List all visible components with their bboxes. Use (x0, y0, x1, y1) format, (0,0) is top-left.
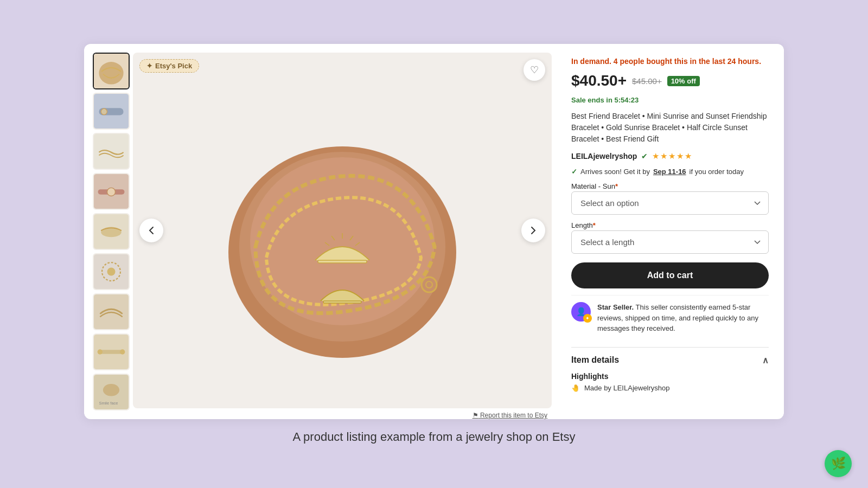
thumbnail-list: Smile face (84, 44, 133, 419)
material-label: Material - Sun (571, 182, 615, 190)
main-product-image (201, 95, 483, 366)
hand-icon: 🤚 (571, 384, 580, 392)
highlights-title: Highlights (571, 372, 769, 381)
star-seller-text: Star Seller. This seller consistently ea… (597, 302, 769, 334)
svg-point-21 (103, 384, 119, 396)
leaf-icon: 🌿 (831, 457, 846, 471)
chevron-up-icon: ∧ (762, 355, 769, 365)
length-field: Length* Select a length 6 inches 7 inche… (571, 221, 769, 254)
star-seller-icon: 👤 ✦ (571, 302, 591, 322)
length-select[interactable]: Select a length 6 inches 7 inches 8 inch… (571, 230, 769, 254)
pick-icon: ✦ (146, 62, 152, 70)
add-to-cart-button[interactable]: Add to cart (571, 262, 769, 288)
star-3: ★ (668, 151, 675, 161)
svg-point-8 (107, 188, 115, 196)
shop-row: LEILAjewelryshop ✔ ★ ★ ★ ★ ★ (571, 151, 769, 161)
highlights-section: Highlights 🤚 Made by LEILAjewelryshop (571, 370, 769, 396)
report-link-area: ⚑ Report this item to Etsy (133, 408, 552, 419)
star-1: ★ (652, 151, 659, 161)
sale-ends: Sale ends in 5:54:23 (571, 96, 769, 104)
thumbnail-8[interactable] (93, 333, 130, 370)
item-details-toggle[interactable]: Item details ∧ (571, 348, 769, 370)
highlights-made-by: 🤚 Made by LEILAjewelryshop (571, 384, 769, 392)
main-image-container: ✦ Etsy's Pick ♡ (133, 53, 552, 408)
star-seller-title: Star Seller. (597, 303, 634, 311)
star-5: ★ (685, 151, 692, 161)
price-row: $40.50+ $45.00+ 10% off (571, 72, 769, 89)
item-details-label: Item details (571, 355, 619, 365)
report-label: Report this item to Etsy (480, 412, 547, 419)
heart-icon: ♡ (530, 64, 539, 76)
thumbnail-5[interactable] (93, 213, 130, 250)
thumbnail-7[interactable] (93, 293, 130, 330)
svg-point-17 (98, 349, 103, 354)
arrives-check-icon: ✓ (571, 168, 577, 176)
thumbnail-6[interactable] (93, 253, 130, 290)
material-field: Material - Sun* Select an option Gold Si… (571, 182, 769, 215)
material-required: * (615, 182, 618, 190)
length-label: Length (571, 221, 593, 229)
leaf-button[interactable]: 🌿 (825, 450, 852, 477)
thumbnail-4[interactable] (93, 173, 130, 210)
star-2: ★ (660, 151, 667, 161)
report-link[interactable]: ⚑ Report this item to Etsy (473, 412, 547, 419)
item-details-section: Item details ∧ Highlights 🤚 Made by LEIL… (571, 347, 769, 396)
next-image-button[interactable] (521, 219, 545, 242)
svg-point-1 (99, 62, 123, 84)
arrives-row: ✓ Arrives soon! Get it by Sep 11-16 if y… (571, 168, 769, 176)
etsy-pick-label: Etsy's Pick (155, 62, 192, 70)
product-info-panel: In demand. 4 people bought this in the l… (556, 44, 784, 419)
arrives-date: Sep 11-16 (653, 168, 686, 176)
length-label-row: Length* (571, 221, 769, 229)
page-wrapper: Smile face ✦ Etsy's Pick ♡ (0, 0, 868, 488)
verified-icon: ✔ (641, 152, 648, 160)
wishlist-button[interactable]: ♡ (524, 59, 545, 81)
svg-point-18 (120, 349, 125, 354)
flag-icon: ⚑ (473, 412, 478, 419)
in-demand-text: In demand. 4 people bought this in the l… (571, 57, 769, 66)
svg-point-13 (107, 267, 115, 275)
svg-rect-16 (99, 350, 123, 354)
made-by-text: Made by LEILAjewelryshop (584, 384, 670, 392)
product-title: Best Friend Bracelet • Mini Sunrise and … (571, 111, 769, 145)
image-section: ✦ Etsy's Pick ♡ (133, 44, 556, 419)
price-main: $40.50+ (571, 72, 627, 89)
star-overlay: ✦ (583, 314, 592, 323)
material-select[interactable]: Select an option Gold Silver Rose Gold (571, 191, 769, 215)
product-card: Smile face ✦ Etsy's Pick ♡ (84, 44, 784, 419)
thumbnail-3[interactable] (93, 133, 130, 170)
etsy-pick-badge: ✦ Etsy's Pick (139, 59, 199, 73)
material-label-row: Material - Sun* (571, 182, 769, 190)
arrives-suffix: if you order today (690, 168, 744, 176)
arrives-text: Arrives soon! Get it by (580, 168, 650, 176)
prev-image-button[interactable] (139, 219, 163, 242)
thumbnail-1[interactable] (93, 53, 130, 89)
thumbnail-2[interactable] (93, 93, 130, 130)
thumbnail-9[interactable]: Smile face (93, 374, 130, 410)
star-4: ★ (676, 151, 684, 161)
star-rating: ★ ★ ★ ★ ★ (652, 151, 692, 161)
svg-text:Smile face: Smile face (99, 401, 118, 406)
svg-point-4 (101, 108, 107, 114)
page-caption: A product listing example from a jewelry… (293, 430, 576, 444)
length-required: * (593, 221, 596, 229)
shop-name[interactable]: LEILAjewelryshop (571, 152, 637, 160)
svg-rect-32 (323, 301, 361, 303)
svg-rect-26 (318, 260, 367, 263)
price-original: $45.00+ (632, 76, 662, 86)
star-seller-section: 👤 ✦ Star Seller. This seller consistentl… (571, 295, 769, 341)
svg-rect-5 (94, 134, 129, 169)
discount-badge: 10% off (667, 76, 700, 86)
